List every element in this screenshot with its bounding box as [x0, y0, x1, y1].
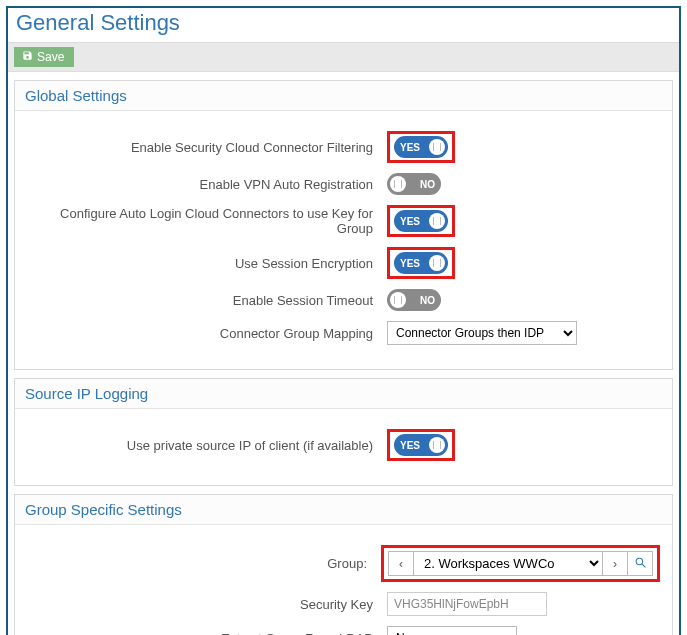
label-group: Group:: [27, 556, 381, 571]
save-button-label: Save: [37, 50, 64, 64]
toggle-label: YES: [400, 440, 420, 451]
highlight-filtering: YES: [387, 131, 455, 163]
toggle-label: YES: [400, 142, 420, 153]
toggle-label: YES: [400, 216, 420, 227]
group-prev-button[interactable]: ‹: [388, 551, 414, 576]
label-private-ip: Use private source IP of client (if avai…: [27, 438, 387, 453]
search-icon: [634, 556, 647, 572]
panel-source-ip-logging: Source IP Logging Use private source IP …: [14, 378, 673, 486]
toggle-label: YES: [400, 258, 420, 269]
svg-point-0: [636, 558, 643, 565]
toggle-timeout[interactable]: NO: [387, 289, 441, 311]
label-security-key: Security Key: [27, 597, 387, 612]
group-picker: ‹ 2. Workspaces WWCo ›: [381, 545, 660, 582]
toggle-knob-icon: [390, 176, 406, 192]
toggle-knob-icon: [429, 213, 445, 229]
panel-header-source-ip: Source IP Logging: [15, 379, 672, 409]
svg-line-1: [642, 564, 645, 567]
label-timeout: Enable Session Timeout: [27, 293, 387, 308]
toolbar: Save: [8, 42, 679, 72]
toggle-key-group[interactable]: YES: [394, 210, 448, 232]
panel-header-group: Group Specific Settings: [15, 495, 672, 525]
input-security-key[interactable]: [387, 592, 547, 616]
chevron-right-icon: ›: [613, 557, 617, 571]
save-button[interactable]: Save: [14, 47, 74, 67]
toggle-knob-icon: [429, 139, 445, 155]
select-connector-group-mapping[interactable]: Connector Groups then IDP: [387, 321, 577, 345]
panel-header-global: Global Settings: [15, 81, 672, 111]
highlight-encryption: YES: [387, 247, 455, 279]
highlight-private-ip: YES: [387, 429, 455, 461]
select-extract-ldap[interactable]: None: [387, 626, 517, 635]
save-icon: [22, 50, 33, 64]
toggle-encryption[interactable]: YES: [394, 252, 448, 274]
page-title: General Settings: [8, 8, 679, 42]
toggle-filtering[interactable]: YES: [394, 136, 448, 158]
toggle-knob-icon: [429, 255, 445, 271]
label-mapping: Connector Group Mapping: [27, 326, 387, 341]
toggle-private-ip[interactable]: YES: [394, 434, 448, 456]
toggle-knob-icon: [390, 292, 406, 308]
toggle-knob-icon: [429, 437, 445, 453]
highlight-key-group: YES: [387, 205, 455, 237]
panel-global-settings: Global Settings Enable Security Cloud Co…: [14, 80, 673, 370]
label-filtering: Enable Security Cloud Connector Filterin…: [27, 140, 387, 155]
label-encryption: Use Session Encryption: [27, 256, 387, 271]
label-vpn: Enable VPN Auto Registration: [27, 177, 387, 192]
label-extract-ldap: Extract Group From LDAP: [27, 631, 387, 636]
group-search-button[interactable]: [627, 551, 653, 576]
chevron-left-icon: ‹: [399, 557, 403, 571]
toggle-label: NO: [420, 179, 435, 190]
toggle-vpn[interactable]: NO: [387, 173, 441, 195]
panel-group-specific-settings: Group Specific Settings Group: ‹ 2. Work…: [14, 494, 673, 635]
group-next-button[interactable]: ›: [602, 551, 628, 576]
toggle-label: NO: [420, 295, 435, 306]
select-group[interactable]: 2. Workspaces WWCo: [413, 551, 603, 576]
label-key-group: Configure Auto Login Cloud Connectors to…: [27, 206, 387, 236]
